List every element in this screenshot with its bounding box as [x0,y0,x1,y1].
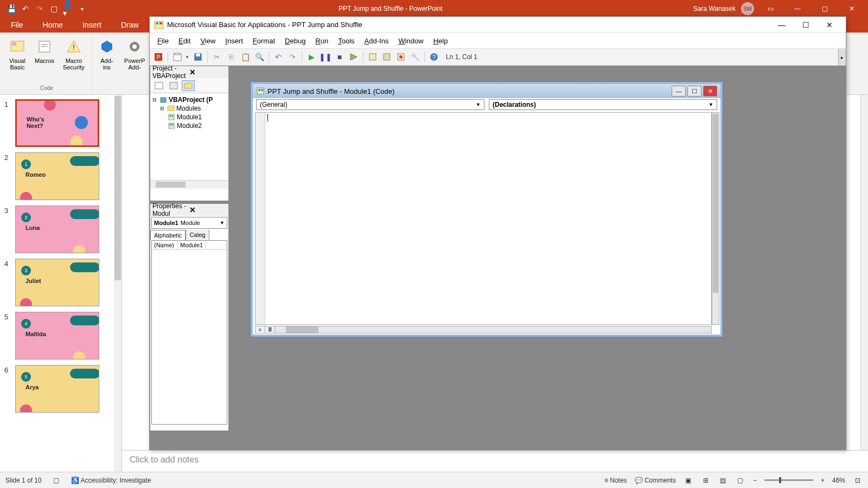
save-icon[interactable]: 💾 [7,4,16,14]
user-avatar[interactable]: SW [741,2,754,15]
code-titlebar[interactable]: PPT Jump and Shuffle - Module1 (Code) — … [253,84,720,98]
accessibility-status[interactable]: ♿ Accessibility: Investigate [71,477,151,484]
vba-minimize-icon[interactable]: — [770,17,794,33]
slide-indicator[interactable]: Slide 1 of 10 [5,477,42,484]
ribbon-display-icon[interactable]: ▭ [760,0,781,17]
find-icon[interactable]: 🔍 [253,50,266,63]
insert-dropdown-icon[interactable]: ▼ [185,55,190,60]
minimize-icon[interactable]: — [787,0,808,17]
object-dropdown[interactable]: (General) ▼ [256,99,484,110]
slide-panel-scrollbar[interactable] [114,95,122,472]
properties-window-icon[interactable] [380,50,393,63]
vba-menu-tools[interactable]: Tools [334,35,359,47]
tree-module1[interactable]: Module1 [152,113,226,121]
tab-home[interactable]: Home [39,18,67,31]
slide-thumb-5[interactable]: 54Maltida [4,312,117,359]
run-icon[interactable]: ▶ [305,50,318,63]
scrollbar-thumb[interactable] [114,96,121,280]
insert-module-icon[interactable] [171,50,184,63]
code-maximize-icon[interactable]: ☐ [687,86,701,97]
main-scrollbar[interactable] [860,95,868,450]
macro-security-button[interactable]: ! Macro Security [60,36,88,85]
zoom-slider[interactable] [764,479,813,481]
redo-icon[interactable]: ↷ [286,50,299,63]
toolbar-expand-icon[interactable]: ▸ [838,49,846,66]
close-icon[interactable]: ✕ [841,0,863,17]
reset-icon[interactable]: ■ [333,50,346,63]
tree-module2[interactable]: Module2 [152,121,226,130]
reading-view-icon[interactable]: ▤ [718,476,728,485]
tree-collapse-icon[interactable]: ⊟ [160,106,165,111]
tree-collapse-icon[interactable]: ⊟ [152,97,158,102]
customize-icon[interactable]: ▾ [77,4,87,14]
vba-maximize-icon[interactable]: ☐ [794,17,818,33]
procedure-view-icon[interactable]: ≡ [256,326,265,333]
break-icon[interactable]: ❚❚ [319,50,332,63]
vba-menu-insert[interactable]: Insert [221,35,247,47]
slide-thumb-6[interactable]: 65Arya [4,365,117,413]
project-explorer-icon[interactable] [366,50,379,63]
code-vscrollbar[interactable] [712,112,719,325]
tab-file[interactable]: File [7,18,28,31]
spellcheck-icon[interactable]: ▢ [52,476,61,485]
fit-window-icon[interactable]: ⊡ [853,476,863,485]
help-icon[interactable]: ? [427,50,441,63]
slide-preview[interactable]: 5Arya [15,365,99,413]
maximize-icon[interactable]: ▢ [814,0,835,17]
notes-pane[interactable]: Click to add notes [122,450,868,472]
zoom-level[interactable]: 46% [832,477,845,484]
view-object-icon[interactable] [167,80,180,91]
vba-close-icon[interactable]: ✕ [818,17,841,33]
design-mode-icon[interactable] [347,50,360,63]
tree-modules-folder[interactable]: ⊟ Modules [152,104,226,113]
vba-menu-file[interactable]: File [153,35,173,47]
slide-thumb-2[interactable]: 21Romeo [4,152,117,200]
zoom-out-button[interactable]: − [753,477,757,484]
slide-preview[interactable]: 2Luna [15,206,99,253]
view-code-icon[interactable] [152,80,165,91]
vba-menu-window[interactable]: Window [394,35,427,47]
view-powerpoint-icon[interactable]: P [152,50,165,63]
properties-grid[interactable]: (Name) Module1 [151,240,227,425]
slide-preview[interactable]: 1Romeo [15,152,99,200]
copy-icon[interactable]: ⎘ [225,50,238,63]
undo-icon[interactable]: ↶ [21,4,30,14]
undo-icon[interactable]: ↶ [272,50,285,63]
slide-preview[interactable]: Who's Next? [15,99,99,147]
sorter-view-icon[interactable]: ⊞ [701,476,711,485]
powerpoint-addins-button[interactable]: PowerP Add- [121,36,149,91]
code-hscrollbar[interactable]: ≡ ≣ [255,326,712,333]
tab-alphabetic[interactable]: Alphabetic [150,230,186,240]
save-icon[interactable] [192,50,205,63]
vba-menu-format[interactable]: Format [248,35,279,47]
vba-menu-edit[interactable]: Edit [174,35,195,47]
slide-thumb-1[interactable]: 1Who's Next? [4,99,117,147]
slide-thumb-3[interactable]: 32Luna [4,206,117,253]
addins-button[interactable]: Add- ins [95,36,119,91]
slide-preview[interactable]: 3Juliet [15,259,99,306]
property-row-name[interactable]: (Name) Module1 [152,241,227,250]
macros-button[interactable]: Macros [31,36,58,85]
touch-icon[interactable]: 👤▾ [63,4,73,14]
procedure-dropdown[interactable]: (Declarations) ▼ [489,99,717,110]
tab-draw[interactable]: Draw [117,18,143,31]
toolbox-icon[interactable]: 🔧 [409,50,422,63]
zoom-in-button[interactable]: + [821,477,825,484]
comments-button[interactable]: 💬 Comments [635,477,676,484]
vba-menu-debug[interactable]: Debug [280,35,310,47]
vba-menu-view[interactable]: View [196,35,220,47]
vba-menu-run[interactable]: Run [311,35,333,47]
slide-preview[interactable]: 4Maltida [15,312,99,359]
toggle-folders-icon[interactable] [182,80,195,91]
paste-icon[interactable]: 📋 [239,50,252,63]
properties-object-dropdown[interactable]: Module1 Module ▼ [151,217,227,229]
slideshow-view-icon[interactable]: ▢ [736,476,745,485]
vba-menu-addins[interactable]: Add-Ins [360,35,393,47]
vba-menu-help[interactable]: Help [429,35,452,47]
normal-view-icon[interactable]: ▣ [684,476,693,485]
project-hscrollbar[interactable] [150,180,228,189]
slideshow-icon[interactable]: ▢ [49,4,59,14]
notes-button[interactable]: ≡ Notes [604,477,627,484]
code-minimize-icon[interactable]: — [672,86,686,97]
vba-titlebar[interactable]: Microsoft Visual Basic for Applications … [150,17,846,33]
